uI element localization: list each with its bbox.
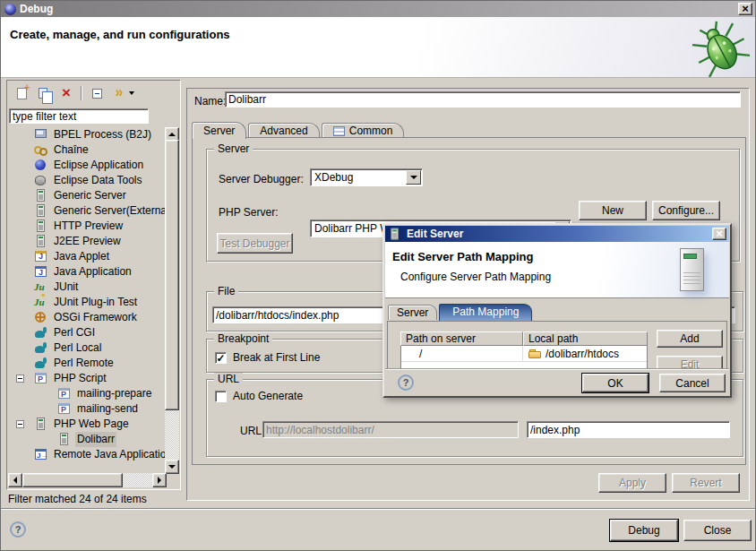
tab-common[interactable]: Common [322, 123, 405, 138]
tree-item-http-preview[interactable]: HTTP Preview [9, 219, 167, 234]
arrow-down-icon [410, 176, 417, 183]
tree-item-java-applet[interactable]: Java Applet [9, 249, 167, 264]
tree-item-perl-local[interactable]: Perl Local [9, 340, 167, 356]
edit-server-dialog: Edit Server Edit Server Path Mapping Con… [382, 223, 732, 398]
tree-item-mailing-prepare[interactable]: mailing-prepare [9, 386, 167, 401]
tree-item-remote-java-application[interactable]: Remote Java Application [9, 447, 167, 462]
tree-item-generic-server-external-la[interactable]: Generic Server(External La [9, 203, 167, 219]
database-icon [34, 174, 49, 187]
bpel-icon [34, 128, 49, 142]
tree-item-label: Perl Local [52, 340, 103, 356]
debug-configurations-window: Debug Create, manage, and run configurat… [0, 0, 756, 551]
server-debugger-value: XDebug [314, 171, 353, 184]
server-icon [34, 235, 49, 248]
collapse-expander-icon[interactable] [16, 420, 24, 428]
tree-item-dolibarr[interactable]: Dolibarr [9, 432, 167, 447]
ok-button[interactable]: OK [582, 374, 649, 392]
window-titlebar[interactable]: Debug [1, 1, 755, 17]
edit-server-tabs: Server Path Mapping [388, 304, 532, 320]
tree-item-label: JUnit Plug-in Test [52, 295, 139, 310]
tree-item-eclipse-application[interactable]: Eclipse Application [9, 158, 167, 173]
chain-icon [34, 143, 49, 157]
column-path-on-server[interactable]: Path on server [400, 331, 523, 346]
tab-server[interactable]: Server [192, 122, 246, 139]
edit-server-close-button[interactable] [712, 228, 726, 240]
server-debugger-select[interactable]: XDebug [310, 168, 423, 186]
debug-button[interactable]: Debug [610, 520, 678, 541]
dropdown-arrow-icon[interactable] [406, 170, 421, 185]
add-mapping-button[interactable]: Add [657, 330, 723, 348]
tab-common-label: Common [349, 124, 393, 139]
dialog-tab-path-mapping[interactable]: Path Mapping [439, 304, 532, 321]
window-close-button[interactable] [738, 3, 752, 15]
collapse-all-button[interactable] [87, 84, 107, 102]
break-first-line-checkbox[interactable] [215, 352, 227, 364]
scroll-left-button[interactable] [8, 473, 22, 487]
scroll-right-button[interactable] [152, 473, 167, 487]
horizontal-scroll-thumb[interactable] [22, 473, 123, 487]
tree-item-java-application[interactable]: Java Application [9, 264, 167, 280]
tree-item-cha-ne[interactable]: Chaîne [9, 142, 167, 158]
tree-item-eclipse-data-tools[interactable]: Eclipse Data Tools [9, 173, 167, 188]
tree-item-perl-cgi[interactable]: Perl CGI [9, 325, 167, 340]
name-input[interactable] [225, 91, 741, 108]
help-button[interactable] [10, 521, 26, 538]
dialog-help-button[interactable] [398, 375, 414, 391]
arrow-left-icon [10, 477, 17, 484]
dialog-heading: Edit Server Path Mapping [392, 250, 533, 263]
collapse-expander-icon[interactable] [16, 375, 24, 383]
tree-item-php-script[interactable]: PHP Script [9, 371, 167, 386]
php-icon [34, 372, 49, 385]
tree-item-label: Perl Remote [52, 356, 116, 371]
url-base-input [262, 421, 519, 438]
debug-bug-icon [691, 19, 750, 78]
scroll-down-button[interactable] [165, 460, 179, 474]
cancel-button[interactable]: Cancel [659, 374, 726, 392]
path-mapping-row[interactable]: //dolibarr/htdocs [401, 346, 647, 362]
apply-button[interactable]: Apply [598, 473, 666, 493]
rjava-icon [34, 448, 49, 461]
tree-item-mailing-send[interactable]: mailing-send [9, 401, 167, 417]
tree-item-j2ee-preview[interactable]: J2EE Preview [9, 234, 167, 249]
config-tree: BPEL Process (B2J)ChaîneEclipse Applicat… [9, 127, 167, 474]
configure-server-button[interactable]: Configure... [652, 201, 720, 220]
filter-input[interactable] [9, 108, 149, 124]
new-configuration-button[interactable] [12, 84, 31, 102]
tree-item-junit-plug-in-test[interactable]: JUnit Plug-in Test [9, 295, 167, 310]
duplicate-configuration-button[interactable] [34, 84, 54, 102]
tree-item-junit[interactable]: JUnit [9, 280, 167, 295]
tree-vertical-scrollbar[interactable] [165, 127, 179, 474]
vertical-scroll-thumb[interactable] [165, 140, 179, 410]
path-mapping-content: Path on server Local path //dolibarr/htd… [387, 321, 727, 371]
server-icon [57, 433, 73, 446]
table-icon [333, 126, 345, 136]
auto-generate-checkbox[interactable] [215, 391, 227, 402]
tree-horizontal-scrollbar[interactable] [8, 473, 167, 487]
server-icon [34, 204, 49, 218]
tree-item-label: OSGi Framework [52, 310, 139, 325]
revert-button[interactable]: Revert [672, 473, 740, 493]
tree-item-generic-server[interactable]: Generic Server [9, 188, 167, 203]
tab-advanced[interactable]: Advanced [248, 123, 319, 138]
auto-generate-label: Auto Generate [233, 390, 303, 402]
edit-server-titlebar[interactable]: Edit Server [385, 226, 729, 242]
filter-configurations-button[interactable] [109, 84, 129, 102]
tree-item-perl-remote[interactable]: Perl Remote [9, 356, 167, 371]
close-button[interactable]: Close [683, 520, 752, 541]
test-debugger-button[interactable]: Test Debugger [217, 233, 293, 254]
new-server-button[interactable]: New [579, 201, 647, 220]
url-path-input[interactable] [527, 421, 730, 438]
osgi-icon [34, 311, 49, 324]
perl-icon [34, 341, 49, 355]
tree-item-bpel-process-b2j[interactable]: BPEL Process (B2J) [9, 127, 167, 142]
tree-item-label: J2EE Preview [52, 234, 123, 249]
table-header-row: Path on server Local path [400, 331, 648, 346]
tree-item-php-web-page[interactable]: PHP Web Page [9, 417, 167, 432]
tree-item-label: Perl CGI [52, 325, 97, 340]
php-icon [57, 402, 73, 416]
dialog-tab-server[interactable]: Server [388, 305, 437, 320]
delete-configuration-button[interactable] [56, 84, 76, 102]
column-local-path[interactable]: Local path [523, 331, 648, 346]
tree-item-label: mailing-send [75, 401, 140, 417]
tree-item-osgi-framework[interactable]: OSGi Framework [9, 310, 167, 325]
